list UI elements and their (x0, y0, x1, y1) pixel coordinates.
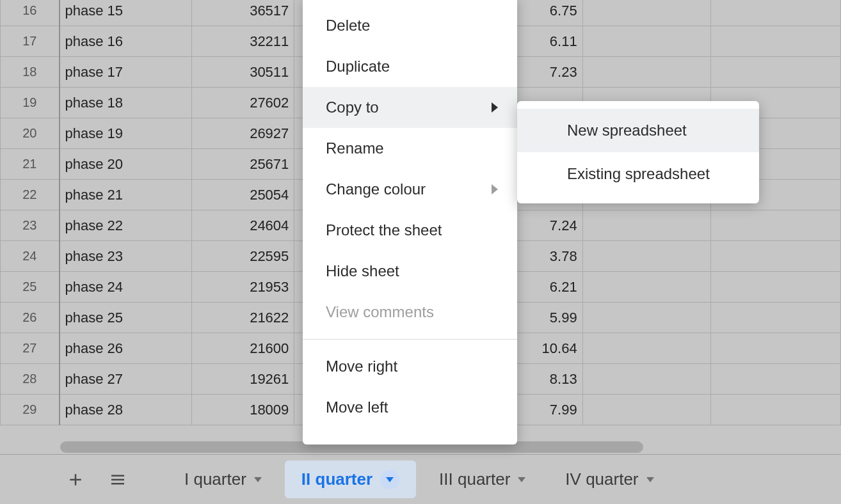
cell[interactable] (710, 210, 840, 241)
row-number[interactable]: 28 (1, 364, 60, 395)
row-number[interactable]: 23 (1, 210, 60, 241)
menu-item-label: Duplicate (326, 58, 390, 75)
cell[interactable]: phase 27 (60, 364, 192, 395)
cell[interactable] (582, 272, 710, 303)
cell[interactable]: phase 26 (60, 333, 192, 364)
cell[interactable]: phase 15 (60, 0, 192, 26)
row-number[interactable]: 20 (1, 118, 60, 149)
cell[interactable]: 25671 (192, 149, 294, 180)
cell[interactable]: phase 21 (60, 180, 192, 210)
cell[interactable] (710, 395, 840, 425)
row-number[interactable]: 25 (1, 272, 60, 303)
menu-separator (303, 339, 517, 340)
cell[interactable]: 27602 (192, 88, 294, 118)
cell[interactable] (710, 241, 840, 272)
menu-item-protect-sheet[interactable]: Protect the sheet (303, 210, 517, 251)
cell[interactable]: phase 24 (60, 272, 192, 303)
cell[interactable] (710, 26, 840, 57)
menu-item-move-right[interactable]: Move right (303, 346, 517, 387)
menu-item-change-colour[interactable]: Change colour (303, 169, 517, 210)
cell[interactable] (582, 364, 710, 395)
cell[interactable]: phase 20 (60, 149, 192, 180)
cell[interactable]: phase 16 (60, 26, 192, 57)
cell[interactable]: 21622 (192, 303, 294, 333)
cell[interactable] (710, 364, 840, 395)
submenu-arrow-icon (492, 102, 498, 113)
cell[interactable]: 21600 (192, 333, 294, 364)
copy-to-submenu: New spreadsheet Existing spreadsheet (517, 101, 759, 203)
add-sheet-button[interactable] (58, 462, 93, 498)
cell[interactable] (582, 303, 710, 333)
cell[interactable]: phase 18 (60, 88, 192, 118)
cell[interactable] (582, 26, 710, 57)
cell[interactable] (582, 395, 710, 425)
menu-item-duplicate[interactable]: Duplicate (303, 46, 517, 87)
submenu-item-existing-spreadsheet[interactable]: Existing spreadsheet (517, 152, 759, 196)
row-number[interactable]: 27 (1, 333, 60, 364)
cell[interactable]: 32211 (192, 26, 294, 57)
cell[interactable]: 19261 (192, 364, 294, 395)
row-number[interactable]: 19 (1, 88, 60, 118)
row-number[interactable]: 21 (1, 149, 60, 180)
sheet-tab-label: IV quarter (565, 469, 638, 489)
cell[interactable]: phase 19 (60, 118, 192, 149)
submenu-item-new-spreadsheet[interactable]: New spreadsheet (517, 109, 759, 152)
cell[interactable]: 26927 (192, 118, 294, 149)
cell[interactable] (582, 333, 710, 364)
cell[interactable] (582, 57, 710, 88)
sheet-tab-label: I quarter (184, 469, 246, 489)
cell[interactable]: 21953 (192, 272, 294, 303)
row-number[interactable]: 26 (1, 303, 60, 333)
chevron-down-icon (254, 477, 262, 482)
submenu-arrow-icon (492, 184, 498, 194)
menu-item-label: Protect the sheet (326, 221, 442, 239)
row-number[interactable]: 16 (1, 0, 60, 26)
menu-item-label: Delete (326, 17, 370, 35)
sheet-tab-menu-button[interactable] (380, 470, 399, 489)
cell[interactable] (582, 210, 710, 241)
cell[interactable]: 36517 (192, 0, 294, 26)
submenu-item-label: New spreadsheet (567, 122, 687, 139)
plus-icon (66, 470, 85, 489)
cell[interactable]: phase 25 (60, 303, 192, 333)
menu-item-view-comments: View comments (303, 292, 517, 333)
cell[interactable] (710, 333, 840, 364)
menu-item-move-left[interactable]: Move left (303, 387, 517, 428)
row-number[interactable]: 18 (1, 57, 60, 88)
menu-item-copy-to[interactable]: Copy to (303, 87, 517, 128)
sheet-tab-bar: I quarter II quarter III quarter IV quar… (0, 454, 841, 504)
row-number[interactable]: 17 (1, 26, 60, 57)
cell[interactable] (710, 272, 840, 303)
menu-icon (108, 470, 127, 489)
row-number[interactable]: 29 (1, 395, 60, 425)
menu-item-rename[interactable]: Rename (303, 128, 517, 169)
cell[interactable] (582, 241, 710, 272)
row-number[interactable]: 22 (1, 180, 60, 210)
sheet-tab-i-quarter[interactable]: I quarter (168, 461, 278, 498)
sheet-tab-iv-quarter[interactable]: IV quarter (549, 461, 670, 498)
chevron-down-icon (518, 477, 525, 482)
cell[interactable]: 22595 (192, 241, 294, 272)
menu-item-label: Move left (326, 398, 388, 416)
row-number[interactable]: 24 (1, 241, 60, 272)
menu-item-label: View comments (326, 303, 434, 321)
cell[interactable]: 30511 (192, 57, 294, 88)
chevron-down-icon (386, 477, 394, 482)
all-sheets-button[interactable] (100, 462, 136, 498)
sheet-context-menu: Delete Duplicate Copy to Rename Change c… (303, 0, 517, 445)
cell[interactable]: phase 17 (60, 57, 192, 88)
cell[interactable]: phase 23 (60, 241, 192, 272)
cell[interactable] (710, 303, 840, 333)
cell[interactable] (710, 0, 840, 26)
sheet-tab-iii-quarter[interactable]: III quarter (422, 461, 542, 498)
cell[interactable] (710, 57, 840, 88)
cell[interactable]: phase 22 (60, 210, 192, 241)
menu-item-hide-sheet[interactable]: Hide sheet (303, 251, 517, 292)
menu-item-delete[interactable]: Delete (303, 5, 517, 46)
cell[interactable] (582, 0, 710, 26)
cell[interactable]: phase 28 (60, 395, 192, 425)
sheet-tab-ii-quarter[interactable]: II quarter (285, 461, 416, 498)
cell[interactable]: 24604 (192, 210, 294, 241)
cell[interactable]: 25054 (192, 180, 294, 210)
cell[interactable]: 18009 (192, 395, 294, 425)
